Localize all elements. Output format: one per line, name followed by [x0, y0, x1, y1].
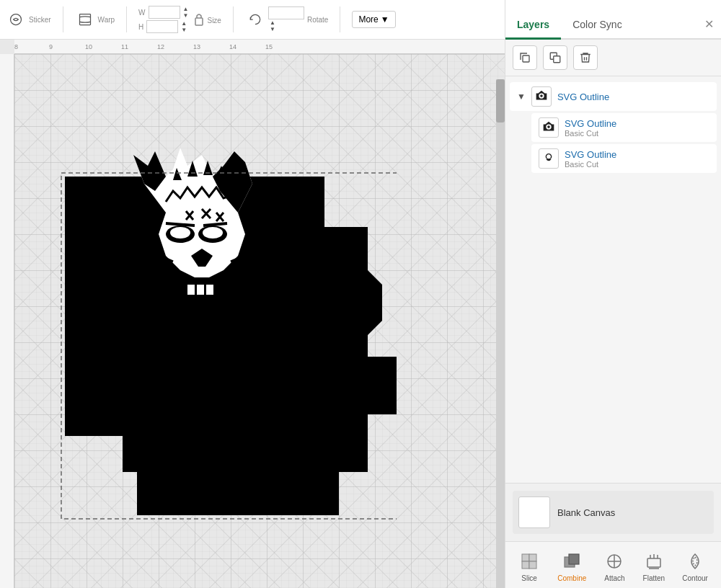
layer-child-1-name: SVG Outline [565, 118, 616, 129]
rotate-down[interactable]: ▼ [270, 26, 304, 32]
svg-rect-2 [195, 18, 203, 25]
canvas-area[interactable]: 8 9 10 11 12 13 14 15 [0, 40, 505, 588]
layer-group-name: SVG Outline [557, 92, 609, 102]
sep3 [233, 6, 234, 32]
layer-child-2[interactable]: SVG Outline Basic Cut [531, 144, 717, 173]
rotate-label: Rotate [307, 16, 328, 24]
layer-child-1-info: SVG Outline Basic Cut [565, 118, 616, 138]
slice-icon [518, 551, 540, 572]
svg-rect-11 [523, 55, 529, 62]
tab-layers[interactable]: Layers [505, 13, 561, 40]
svg-point-6 [203, 227, 223, 239]
contour-label: Contour [682, 574, 708, 582]
layer-children: SVG Outline Basic Cut SVG Outline Bas [505, 113, 721, 173]
svg-rect-28 [647, 558, 660, 567]
warp-label: Warp [98, 16, 115, 24]
height-up[interactable]: ▲ [181, 20, 187, 27]
height-down[interactable]: ▼ [181, 27, 187, 33]
layer-child-1-thumb [539, 117, 559, 138]
copy-to-canvas-button[interactable] [543, 45, 567, 70]
layer-child-1-desc: Basic Cut [565, 129, 616, 138]
flatten-label: Flatten [643, 574, 665, 582]
sep2 [126, 6, 127, 32]
top-toolbar: Sticker Warp W ▲ ▼ H [0, 0, 505, 40]
close-panel-icon[interactable]: ✕ [704, 17, 714, 38]
sticker-group: Sticker [6, 9, 51, 30]
layer-group: ▼ SVG Outline [505, 82, 721, 173]
svg-rect-13 [554, 56, 560, 63]
svg-point-0 [11, 14, 22, 25]
svg-rect-7 [187, 285, 195, 295]
svg-rect-8 [197, 285, 204, 295]
warp-button[interactable] [75, 9, 95, 30]
tab-color-sync[interactable]: Color Sync [561, 13, 633, 40]
sep4 [340, 6, 340, 32]
bottom-toolbar: Slice Combine Attach [505, 541, 721, 588]
scrollbar-thumb[interactable] [496, 79, 505, 122]
sticker-label: Sticker [29, 16, 51, 24]
design-canvas[interactable] [22, 83, 397, 530]
layers-list: ▼ SVG Outline [505, 76, 721, 483]
more-button[interactable]: More ▼ [352, 11, 395, 28]
h-label: H [138, 23, 143, 31]
chevron-down-icon: ▼ [517, 92, 526, 102]
scrollbar[interactable] [496, 79, 505, 588]
svg-rect-24 [529, 561, 536, 569]
width-down[interactable]: ▼ [183, 12, 189, 19]
layer-child-2-info: SVG Outline Basic Cut [565, 149, 616, 169]
blank-canvas-section: Blank Canvas [505, 483, 721, 541]
lock-icon [194, 12, 204, 27]
sep1 [63, 6, 63, 32]
ruler-mark: 13 [193, 43, 200, 50]
contour-icon [684, 551, 706, 572]
slice-label: Slice [521, 574, 537, 582]
ruler-left [0, 54, 14, 588]
svg-rect-1 [79, 14, 90, 25]
blank-canvas-thumb [518, 496, 550, 528]
ruler-mark: 11 [121, 43, 128, 50]
ruler-mark: 14 [229, 43, 236, 50]
ruler-mark: 12 [157, 43, 164, 50]
attach-button[interactable]: Attach [599, 548, 629, 585]
delete-button[interactable] [573, 45, 598, 70]
blank-canvas-label: Blank Canvas [557, 507, 615, 518]
svg-rect-26 [569, 554, 579, 564]
size-group: W ▲ ▼ H ▲ ▼ Size [138, 6, 221, 33]
ruler-mark: 10 [85, 43, 92, 50]
warp-group: Warp [75, 9, 115, 30]
height-input[interactable] [146, 20, 178, 33]
attach-label: Attach [604, 574, 624, 582]
rotate-up[interactable]: ▲ [270, 19, 304, 26]
w-label: W [138, 9, 145, 17]
svg-rect-21 [522, 554, 529, 561]
width-input[interactable] [149, 6, 180, 19]
rotate-input[interactable] [268, 6, 304, 19]
more-chevron-icon: ▼ [381, 14, 389, 24]
slice-button[interactable]: Slice [514, 548, 544, 585]
layer-child-2-desc: Basic Cut [565, 160, 616, 169]
svg-point-19 [547, 125, 550, 128]
blank-canvas-item[interactable]: Blank Canvas [513, 491, 714, 534]
panel-toolbar [505, 40, 721, 76]
layer-child-2-name: SVG Outline [565, 149, 616, 160]
duplicate-button[interactable] [513, 45, 537, 70]
layer-group-thumb [531, 86, 552, 107]
svg-rect-9 [206, 285, 213, 295]
combine-label: Combine [557, 574, 586, 582]
right-panel: Layers Color Sync ✕ [505, 0, 721, 588]
width-up[interactable]: ▲ [183, 6, 189, 12]
layer-child-1[interactable]: SVG Outline Basic Cut [531, 113, 717, 142]
flatten-button[interactable]: Flatten [639, 548, 670, 585]
contour-button[interactable]: Contour [678, 548, 712, 585]
ruler-mark: 15 [265, 43, 273, 50]
layer-child-2-thumb [539, 148, 559, 169]
ruler-top: 8 9 10 11 12 13 14 15 [14, 40, 505, 54]
panel-tabs: Layers Color Sync ✕ [505, 0, 721, 40]
ruler-mark: 8 [14, 43, 18, 50]
layer-group-header[interactable]: ▼ SVG Outline [510, 82, 717, 111]
sticker-button[interactable] [6, 9, 26, 30]
rotate-group: ▲ ▼ Rotate [245, 6, 328, 32]
combine-button[interactable]: Combine [553, 548, 590, 585]
svg-point-5 [170, 227, 190, 239]
flatten-icon [643, 551, 665, 572]
